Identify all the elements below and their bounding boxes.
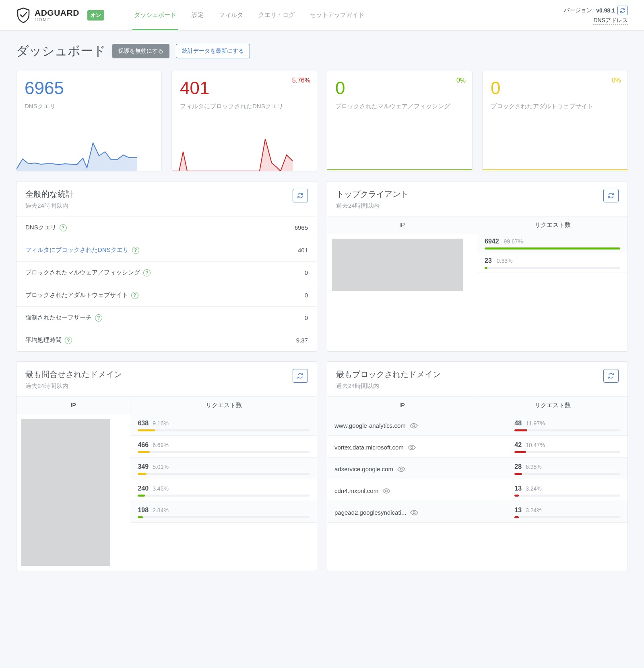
help-icon[interactable]: ?	[132, 247, 139, 254]
queried-domain-row: 4666.69%	[130, 436, 317, 458]
client-row: 230.33%	[477, 253, 627, 272]
progress-bar	[514, 516, 620, 518]
domain-percent: 3.24%	[526, 485, 542, 492]
help-icon[interactable]: ?	[143, 269, 151, 276]
svg-point-4	[413, 511, 415, 513]
general-stat-row: DNSクエリ?6965	[17, 216, 317, 239]
help-icon[interactable]: ?	[95, 314, 102, 322]
panel-refresh-button[interactable]	[293, 369, 308, 383]
stat-card-blocked-filters: 5.76% 401 フィルタにブロックされたDNSクエリ	[171, 71, 317, 171]
shield-icon	[16, 7, 31, 23]
stat-number: 0	[483, 71, 627, 97]
domain-name: pagead2.googlesyndicati...	[334, 509, 406, 516]
stat-card-adult: 0% 0 ブロックされたアダルトウェブサイト	[482, 71, 628, 171]
col-header-ip: IP	[17, 397, 130, 414]
brand-name: ADGUARD	[35, 8, 79, 17]
svg-point-2	[400, 468, 402, 470]
stat-percent: 5.76%	[292, 77, 310, 84]
col-header-requests: リクエスト数	[477, 216, 627, 234]
client-ip-placeholder	[332, 239, 463, 291]
help-icon[interactable]: ?	[131, 292, 138, 299]
panel-subtitle: 過去24時間以内	[25, 382, 122, 390]
eye-icon[interactable]	[410, 422, 418, 430]
stat-card-dns-queries: 6965 DNSクエリ	[16, 71, 162, 171]
svg-point-0	[413, 425, 415, 427]
domain-percent: 3.24%	[526, 507, 542, 513]
nav-querylog[interactable]: クエリ・ログ	[257, 0, 296, 30]
panel-title: 最も問合せされたドメイン	[25, 369, 122, 380]
domain-count: 466	[138, 441, 149, 448]
panel-top-blocked: 最もブロックされたドメイン 過去24時間以内 IP リクエスト数 www.goo…	[327, 361, 628, 571]
general-stat-row: 強制されたセーフサーチ?0	[17, 306, 317, 329]
row-label: フィルタにブロックされたDNSクエリ	[25, 246, 129, 254]
dns-address-link[interactable]: DNSアドレス	[593, 17, 628, 25]
progress-bar	[514, 495, 620, 497]
domain-name: adservice.google.com	[334, 466, 393, 472]
col-header-requests: リクエスト数	[130, 397, 317, 414]
panel-subtitle: 過去24時間以内	[336, 382, 441, 390]
version-value: v0.98.1	[596, 7, 615, 14]
status-badge: オン	[87, 10, 104, 21]
blocked-domain-row: adservice.google.com286.98%	[327, 458, 627, 479]
blocked-domain-row: cdn4.mxpnl.com133.24%	[327, 479, 627, 501]
logo[interactable]: ADGUARD HOME オン	[16, 7, 104, 23]
queried-domain-row: 1982.84%	[130, 501, 317, 523]
refresh-stats-button[interactable]: 統計データを最新にする	[176, 44, 250, 58]
page-title: ダッシュボード	[16, 43, 106, 60]
client-count: 23	[485, 257, 492, 264]
nav-dashboard[interactable]: ダッシュボード	[132, 0, 178, 30]
general-stat-row: ブロックされたマルウェア／フィッシング?0	[17, 261, 317, 284]
stats-row: 6965 DNSクエリ 5.76% 401 フィルタにブロックされたDNSクエリ…	[16, 71, 628, 171]
panel-refresh-button[interactable]	[603, 189, 619, 202]
row-value: 0	[305, 292, 308, 299]
nav-setup[interactable]: セットアップガイド	[308, 0, 366, 30]
panel-title: 全般的な統計	[25, 189, 74, 200]
row-label: ブロックされたアダルトウェブサイト	[25, 291, 128, 299]
stat-label: フィルタにブロックされたDNSクエリ	[172, 97, 317, 110]
client-count: 6942	[485, 238, 499, 245]
panel-refresh-button[interactable]	[603, 369, 619, 383]
eye-icon[interactable]	[397, 465, 405, 473]
help-icon[interactable]: ?	[60, 224, 67, 231]
sparkline-chart	[17, 139, 137, 171]
domain-percent: 5.01%	[153, 464, 169, 470]
domain-placeholder	[21, 419, 110, 566]
page-header: ダッシュボード 保護を無効にする 統計データを最新にする	[16, 43, 628, 60]
col-header-requests: リクエスト数	[477, 397, 627, 414]
stat-label: ブロックされたマルウェア／フィッシング	[327, 97, 472, 110]
disable-protection-button[interactable]: 保護を無効にする	[112, 44, 169, 58]
domain-percent: 2.84%	[153, 507, 169, 513]
panel-top-queried: 最も問合せされたドメイン 過去24時間以内 IP リクエスト数 6389.16%…	[16, 361, 317, 571]
general-stat-row: ブロックされたアダルトウェブサイト?0	[17, 284, 317, 306]
stat-number: 6965	[17, 71, 161, 97]
stat-card-malware: 0% 0 ブロックされたマルウェア／フィッシング	[327, 71, 473, 171]
svg-point-1	[411, 446, 413, 448]
progress-bar	[138, 451, 310, 453]
domain-percent: 3.45%	[153, 485, 169, 492]
version-refresh-button[interactable]	[617, 6, 628, 15]
brand-sub: HOME	[35, 18, 79, 22]
general-stat-row[interactable]: フィルタにブロックされたDNSクエリ?401	[17, 239, 317, 261]
progress-bar	[138, 429, 310, 431]
row-value: 9.37	[296, 337, 308, 344]
eye-icon[interactable]	[410, 509, 418, 517]
nav-settings[interactable]: 設定	[190, 0, 205, 30]
domain-count: 13	[514, 507, 522, 513]
eye-icon[interactable]	[382, 487, 390, 495]
domain-count: 13	[514, 485, 522, 492]
eye-icon[interactable]	[408, 443, 416, 452]
row-value: 6965	[295, 224, 308, 231]
general-stat-row: 平均処理時間?9.37	[17, 329, 317, 351]
row-label: 強制されたセーフサーチ	[25, 314, 92, 322]
domain-percent: 6.98%	[526, 464, 542, 470]
progress-bar	[485, 267, 620, 269]
progress-bar	[138, 473, 310, 475]
nav-filters[interactable]: フィルタ	[217, 0, 245, 30]
sparkline-chart	[172, 139, 293, 171]
panel-title: トップクライアント	[336, 189, 409, 200]
stat-percent: 0%	[612, 77, 621, 84]
help-icon[interactable]: ?	[65, 337, 72, 344]
panel-top-clients: トップクライアント 過去24時間以内 IP リクエスト数 694299.67%2…	[327, 181, 628, 352]
domain-name: vortex.data.microsoft.com	[334, 444, 404, 451]
panel-refresh-button[interactable]	[293, 189, 308, 202]
